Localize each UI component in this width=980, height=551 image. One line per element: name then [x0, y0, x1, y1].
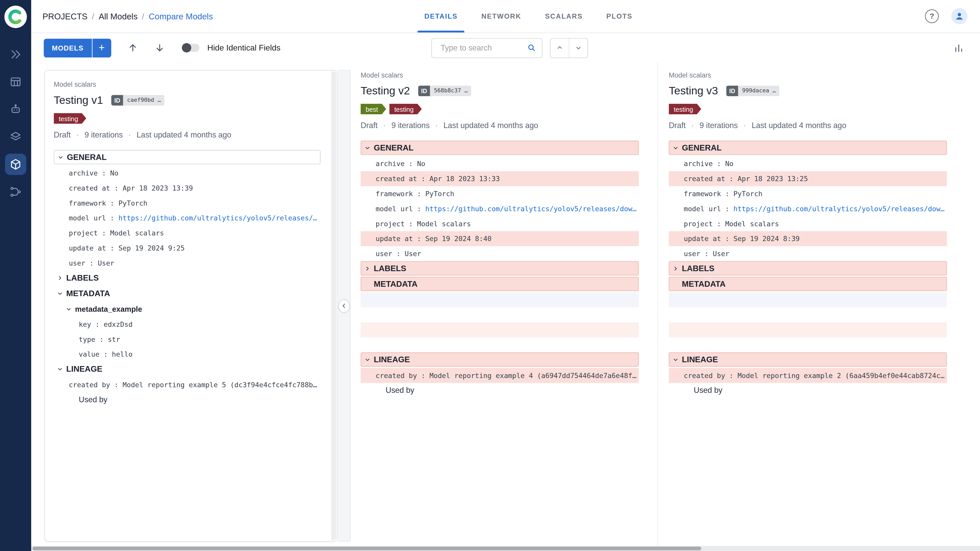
- chevron-right-icon: [54, 275, 66, 281]
- model-url-link[interactable]: https://github.com/ultralytics/yolov5/re…: [118, 214, 321, 222]
- move-down-button[interactable]: [154, 43, 165, 53]
- section-header-lineage[interactable]: LINEAGE: [361, 352, 639, 367]
- sidebar-nav: [5, 41, 26, 206]
- section-header-metadata[interactable]: METADATA: [361, 277, 639, 291]
- field-label: archive: [375, 160, 405, 168]
- help-icon[interactable]: ?: [925, 10, 939, 23]
- columns-icon: [954, 43, 964, 53]
- field-value: Sep 19 2024 8:40: [425, 235, 492, 243]
- model-tags: besttesting: [361, 104, 639, 114]
- model-column-body: Model scalarsTesting v1IDcaef90bd …testi…: [54, 81, 321, 407]
- sidebar-item-experiments-table[interactable]: [5, 71, 26, 92]
- toggle-knob: [182, 43, 191, 52]
- prev-match-button[interactable]: [551, 38, 570, 57]
- sidebar-item-pipelines[interactable]: [5, 181, 26, 202]
- tabs: DETAILSNETWORKSCALARSPLOTS: [412, 0, 644, 32]
- top-bar: PROJECTS/All Models/Compare Models DETAI…: [31, 0, 980, 33]
- field-label: framework: [684, 189, 721, 198]
- field-label: update at: [375, 235, 413, 243]
- section-header-labels[interactable]: LABELS: [669, 261, 947, 275]
- status-part: Last updated 4 months ago: [752, 121, 846, 130]
- section-header-general[interactable]: GENERAL: [669, 141, 947, 155]
- collapse-column-button[interactable]: [338, 299, 350, 313]
- model-column-body: Model scalarsTesting v2ID568b8c37 …bestt…: [361, 71, 639, 398]
- field-row-framework: framework : PyTorch: [361, 186, 639, 201]
- field-row-key: key : edxzDsd: [54, 317, 321, 332]
- chevron-down-icon: [575, 44, 582, 51]
- field-separator: :: [713, 160, 725, 168]
- model-column: Model scalarsTesting v3ID999dacea …testi…: [669, 70, 947, 398]
- next-match-button[interactable]: [570, 38, 587, 57]
- vertical-scrollbar[interactable]: [331, 71, 336, 540]
- breadcrumb-item[interactable]: All Models: [99, 11, 138, 21]
- add-model-button[interactable]: +: [92, 38, 111, 57]
- section-header-metadata[interactable]: METADATA: [54, 286, 321, 300]
- move-up-button[interactable]: [127, 43, 138, 53]
- avatar[interactable]: [951, 8, 967, 24]
- arrow-up-icon: [127, 43, 138, 53]
- field-row-model-url: model url : https://github.com/ultralyti…: [54, 210, 321, 225]
- sidebar-item-quickstart[interactable]: [5, 44, 26, 65]
- section-header-general[interactable]: GENERAL: [361, 141, 639, 155]
- tab-scalars[interactable]: SCALARS: [533, 0, 594, 32]
- chevron-right-icon: [361, 265, 374, 272]
- search-icon[interactable]: [527, 43, 536, 52]
- search-area: [431, 38, 588, 58]
- used-by-label: Used by: [669, 383, 947, 398]
- hide-identical-toggle[interactable]: Hide Identical Fields: [182, 43, 280, 52]
- field-value: Model reporting example 4 (a6947dd754464…: [430, 372, 639, 380]
- sidebar-item-model-registry[interactable]: [5, 154, 26, 175]
- field-row-project: project : Model scalars: [669, 216, 947, 231]
- status-separator: ·: [76, 130, 79, 139]
- model-url-link[interactable]: https://github.com/ultralytics/yolov5/re…: [733, 205, 947, 213]
- field-separator: :: [713, 220, 725, 228]
- comet-logo[interactable]: [4, 6, 27, 28]
- empty-row: [669, 307, 947, 322]
- chevron-up-icon: [556, 44, 563, 51]
- id-badge-label: ID: [111, 95, 123, 105]
- tab-plots[interactable]: PLOTS: [595, 0, 644, 32]
- sidebar-item-artifacts[interactable]: [5, 126, 26, 148]
- sidebar-item-debugger[interactable]: [5, 99, 26, 120]
- tab-network[interactable]: NETWORK: [469, 0, 533, 32]
- section-name: LINEAGE: [374, 355, 410, 364]
- field-label: value: [79, 350, 100, 359]
- model-title-row: Testing v1IDcaef90bd …: [54, 92, 321, 107]
- horizontal-scrollbar-thumb[interactable]: [32, 547, 701, 551]
- status-separator: ·: [743, 121, 746, 130]
- model-status: Draft·9 iterations·Last updated 4 months…: [361, 121, 639, 130]
- breadcrumb-item[interactable]: PROJECTS: [43, 11, 88, 21]
- model-url-link[interactable]: https://github.com/ultralytics/yolov5/re…: [425, 205, 638, 213]
- status-part: 9 iterations: [700, 121, 738, 130]
- sections: GENERALarchive : Nocreated at : Apr 18 2…: [361, 141, 639, 398]
- section-header-lineage[interactable]: LINEAGE: [669, 352, 947, 367]
- field-value: User: [98, 259, 115, 267]
- id-badge-value: caef90bd …: [123, 95, 165, 105]
- models-button-group: MODELS +: [44, 38, 111, 57]
- search-input[interactable]: [439, 43, 527, 53]
- chevron-down-icon: [54, 154, 67, 160]
- chevron-down-icon: [54, 290, 66, 297]
- column-settings-button[interactable]: [954, 43, 964, 53]
- tag-best: best: [361, 104, 386, 114]
- field-label: user: [375, 249, 392, 258]
- field-label: model url: [375, 205, 413, 213]
- section-header-labels[interactable]: LABELS: [361, 261, 639, 275]
- section-header-labels[interactable]: LABELS: [54, 270, 321, 285]
- tag-testing: testing: [389, 104, 422, 114]
- section-header-general[interactable]: GENERAL: [54, 150, 321, 164]
- metadata-group-metadata_example[interactable]: metadata_example: [54, 302, 321, 317]
- section-header-metadata[interactable]: METADATA: [669, 277, 947, 291]
- model-title: Testing v2: [361, 84, 410, 97]
- tab-details[interactable]: DETAILS: [412, 0, 469, 32]
- used-by-label: Used by: [54, 392, 321, 407]
- breadcrumb-item[interactable]: Compare Models: [148, 11, 213, 21]
- field-row-archive: archive : No: [361, 156, 639, 171]
- field-row-update-at: update at : Sep 19 2024 9:25: [54, 241, 321, 256]
- section-header-lineage[interactable]: LINEAGE: [54, 362, 321, 376]
- field-label: archive: [68, 169, 98, 177]
- models-button[interactable]: MODELS: [44, 38, 92, 57]
- field-row-update-at: update at : Sep 19 2024 8:39: [669, 231, 947, 246]
- field-separator: :: [85, 259, 98, 267]
- field-row-update-at: update at : Sep 19 2024 8:40: [361, 231, 639, 246]
